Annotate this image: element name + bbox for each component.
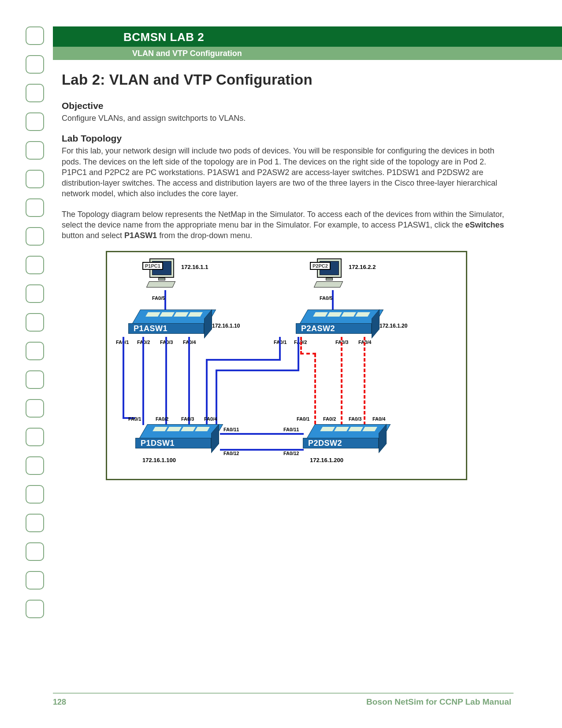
line (206, 359, 208, 425)
line (332, 290, 334, 311)
d2-fa01: FA0/1 (297, 416, 309, 422)
dashed-line (300, 353, 316, 355)
spiral-tab (26, 227, 44, 246)
line (142, 337, 144, 425)
objective-text: Configure VLANs, and assign switchports … (62, 113, 511, 123)
spiral-tab (26, 485, 44, 504)
topology-p2-a: The Topology diagram below represents th… (62, 210, 504, 229)
fa012-left: FA0/12 (223, 451, 239, 456)
p1dsw1-ip: 172.16.1.100 (142, 457, 176, 463)
p2pc2-label: P2PC2 (310, 262, 331, 270)
header-dark-bar: BCMSN LAB 2 (53, 26, 562, 47)
spiral-tab (26, 256, 44, 274)
spiral-tab (26, 542, 44, 561)
header-light-bar: VLAN and VTP Configuration (53, 47, 562, 60)
line (216, 370, 299, 371)
p2asw2-switch-icon: P2ASW2 (296, 310, 380, 340)
spiral-tab (26, 514, 44, 532)
topology-p2-p1asw1: P1ASW1 (124, 231, 157, 240)
footer-manual-title: Boson NetSim for CCNP Lab Manual (366, 697, 511, 707)
footer-rule (53, 693, 514, 694)
spiral-tab (26, 26, 44, 45)
p1asw1-switch-icon: P1ASW1 (128, 310, 212, 340)
fa05-right: FA0/5 (320, 295, 332, 301)
spiral-tab (26, 141, 44, 160)
p2asw2-name: P2ASW2 (301, 324, 335, 333)
d1-fa04: FA0/4 (204, 416, 217, 422)
page-number: 128 (53, 698, 66, 707)
spiral-tab (26, 84, 44, 102)
spiral-tab (26, 198, 44, 217)
line (206, 359, 281, 361)
dashed-line (364, 337, 365, 425)
p1asw1-ip: 172.16.1.10 (212, 323, 240, 329)
header-lab-label: BCMSN LAB 2 (53, 26, 562, 44)
dashed-line (341, 337, 342, 425)
line (164, 290, 166, 311)
header-subtitle: VLAN and VTP Configuration (53, 47, 562, 58)
topology-heading: Lab Topology (62, 133, 511, 144)
spiral-tab (26, 428, 44, 446)
topology-p2-e: from the drop-down menu. (157, 231, 252, 240)
page-content: Lab 2: VLAN and VTP Configuration Object… (62, 66, 511, 480)
spiral-tab (26, 55, 44, 74)
p1pc1-label: P1PC1 (142, 262, 163, 270)
line (279, 337, 281, 361)
spiral-tab (26, 313, 44, 332)
d2-fa04: FA0/4 (372, 416, 385, 422)
spiral-tab (26, 456, 44, 475)
p1asw1-name: P1ASW1 (134, 324, 167, 333)
p2pc2-ip: 172.16.2.2 (349, 264, 376, 270)
d2-fa02: FA0/2 (323, 416, 336, 422)
spiral-tab (26, 170, 44, 188)
p1pc1-ip: 172.16.1.1 (181, 264, 208, 270)
d1-fa03: FA0/3 (181, 416, 194, 422)
topology-p2-c: button and select (62, 231, 124, 240)
topology-diagram: P1PC1 172.16.1.1 P2PC2 172.16.2.2 FA0/5 … (106, 251, 467, 480)
objective-heading: Objective (62, 101, 511, 111)
fa012-right: FA0/12 (283, 451, 299, 456)
topology-p2-eswitches: eSwitches (465, 220, 504, 229)
topology-para-1: For this lab, your network design will i… (62, 146, 511, 199)
topology-para-2: The Topology diagram below represents th… (62, 209, 511, 241)
fa011-right: FA0/11 (283, 427, 299, 432)
spiral-tab (26, 284, 44, 303)
spiral-tab (26, 370, 44, 389)
d1-fa01: FA0/1 (128, 416, 141, 422)
spiral-tab (26, 342, 44, 360)
d1-fa02: FA0/2 (156, 416, 168, 422)
line (165, 337, 167, 425)
line (188, 337, 190, 425)
spiral-tab (26, 399, 44, 418)
dashed-line (300, 337, 302, 355)
fa05-left: FA0/5 (152, 295, 165, 301)
spiral-tab (26, 112, 44, 131)
p2dsw2-ip: 172.16.1.200 (310, 457, 343, 463)
page-title: Lab 2: VLAN and VTP Configuration (62, 71, 511, 88)
fa011-left: FA0/11 (223, 427, 239, 432)
p2asw2-ip: 172.16.1.20 (380, 323, 407, 329)
spiral-tab (26, 571, 44, 590)
d2-fa03: FA0/3 (349, 416, 361, 422)
line (298, 337, 299, 371)
spiral-binding (26, 26, 44, 618)
p1dsw1-name: P1DSW1 (141, 439, 175, 448)
line (123, 337, 124, 419)
dashed-line (314, 354, 316, 424)
p1dsw1-switch-icon: P1DSW1 (135, 424, 219, 455)
p2dsw2-name: P2DSW2 (308, 439, 342, 448)
p2dsw2-switch-icon: P2DSW2 (303, 424, 387, 455)
line (220, 433, 304, 435)
spiral-tab (26, 600, 44, 618)
